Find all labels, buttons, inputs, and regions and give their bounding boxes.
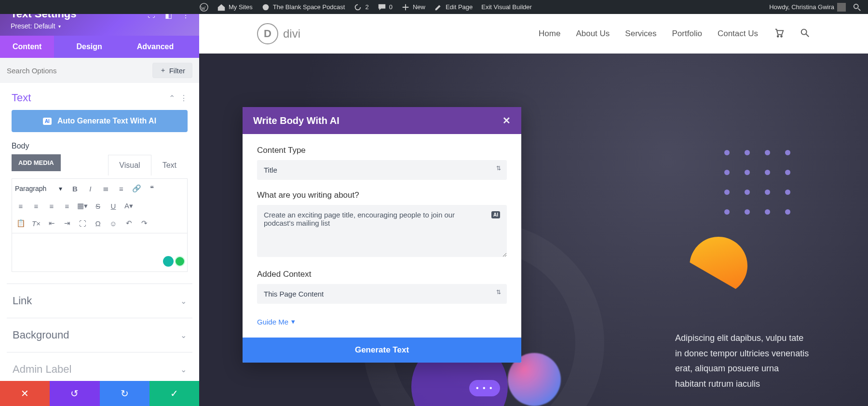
nav-services[interactable]: Services <box>625 29 656 39</box>
about-textarea[interactable] <box>257 205 507 257</box>
emoji-icon[interactable]: ☺ <box>108 217 119 229</box>
exit-vb-link[interactable]: Exit Visual Builder <box>481 3 532 11</box>
section-text: Text ⌃⋮ <box>7 83 192 110</box>
nav-home[interactable]: Home <box>539 29 560 39</box>
preset-dropdown[interactable]: Preset: Default <box>11 22 189 30</box>
svg-point-2 <box>854 4 858 8</box>
nav-about[interactable]: About Us <box>576 29 610 39</box>
updates-link[interactable]: 2 <box>353 3 368 12</box>
undo-button[interactable]: ↺ <box>50 381 99 406</box>
cancel-button[interactable]: ✕ <box>0 381 50 406</box>
comments-count: 0 <box>389 3 393 11</box>
ai-badge-icon: AI <box>43 118 52 125</box>
link-icon[interactable]: 🔗 <box>131 183 142 194</box>
content-type-label: Content Type <box>257 146 507 155</box>
new-label: New <box>413 3 425 11</box>
add-media-button[interactable]: ADD MEDIA <box>12 154 61 171</box>
quote-icon[interactable]: ❝ <box>146 183 158 194</box>
grammarly-icon[interactable] <box>175 256 185 267</box>
site-name-link[interactable]: The Blank Space Podcast <box>261 3 345 12</box>
decor-dots <box>724 150 791 215</box>
section-menu-icon[interactable]: ⋮ <box>180 94 188 103</box>
settings-panel: Text Settings Preset: Default ⛶ ◧ ⋮ Cont… <box>0 0 199 406</box>
outdent-icon[interactable]: ⇤ <box>46 217 57 229</box>
divi-fab[interactable]: • • • <box>469 380 500 396</box>
nav-contact[interactable]: Contact Us <box>718 29 758 39</box>
align-justify-icon[interactable]: ≡ <box>61 200 73 212</box>
editor-toolbar: Paragraph▾ B I ≣ ≡ 🔗 ❝ ≡ ≡ ≡ ≡ ▦▾ S U A▾… <box>12 178 188 233</box>
chevron-down-icon: ⌄ <box>180 365 187 374</box>
site-name-label: The Blank Space Podcast <box>273 3 345 11</box>
indent-icon[interactable]: ⇥ <box>61 217 73 229</box>
table-icon[interactable]: ▦▾ <box>77 200 88 212</box>
edit-page-link[interactable]: Edit Page <box>434 3 473 12</box>
generate-text-button[interactable]: Generate Text <box>243 338 521 363</box>
new-link[interactable]: New <box>401 3 425 12</box>
fullscreen-icon[interactable]: ⛶ <box>77 217 88 229</box>
about-label: What are you writing about? <box>257 190 507 200</box>
exit-vb-label: Exit Visual Builder <box>481 3 532 11</box>
clear-format-icon[interactable]: T× <box>30 217 42 229</box>
paragraph-dropdown[interactable]: Paragraph▾ <box>15 185 65 192</box>
tab-content[interactable]: Content <box>0 36 54 58</box>
site-logo[interactable]: Ddivi <box>257 23 300 44</box>
bold-icon[interactable]: B <box>69 183 81 194</box>
my-sites-link[interactable]: My Sites <box>217 3 253 12</box>
section-text-title: Text <box>12 92 31 104</box>
svg-point-3 <box>777 35 779 37</box>
collapse-icon[interactable]: ⌃ <box>169 94 175 103</box>
strike-icon[interactable]: S <box>92 200 104 212</box>
body-label: Body <box>7 142 192 154</box>
filter-button[interactable]: ＋Filter <box>152 63 192 78</box>
cart-icon[interactable] <box>773 27 784 41</box>
my-sites-label: My Sites <box>229 3 253 11</box>
search-icon[interactable] <box>853 2 862 12</box>
align-center-icon[interactable]: ≡ <box>30 200 42 212</box>
tab-advanced[interactable]: Advanced <box>124 36 186 58</box>
preview-area: Ddivi Home About Us Services Portfolio C… <box>199 0 868 406</box>
special-char-icon[interactable]: Ω <box>92 217 104 229</box>
chevron-down-icon: ⌄ <box>180 331 187 340</box>
avatar <box>837 3 846 12</box>
tab-design[interactable]: Design <box>64 36 114 58</box>
save-button[interactable]: ✓ <box>149 381 199 406</box>
panel-tabs: Content Design Advanced <box>0 36 199 58</box>
auto-generate-button[interactable]: AI Auto Generate Text With AI <box>12 110 188 132</box>
redo-icon[interactable]: ↷ <box>138 217 150 229</box>
wp-logo[interactable] <box>200 3 208 12</box>
howdy-label: Howdy, Christina Gwira <box>769 3 834 11</box>
undo-icon[interactable]: ↶ <box>123 217 135 229</box>
decor-moon <box>679 226 758 305</box>
hero-body-text: Adipiscing elit dapibus, vulpu tate in d… <box>675 331 810 392</box>
howdy-link[interactable]: Howdy, Christina Gwira <box>769 3 846 12</box>
accordion-background[interactable]: Background⌄ <box>7 318 192 352</box>
textcolor-icon[interactable]: A▾ <box>123 200 135 212</box>
italic-icon[interactable]: I <box>84 183 96 194</box>
align-right-icon[interactable]: ≡ <box>46 200 57 212</box>
content-type-select[interactable]: Title <box>257 160 507 180</box>
redo-button[interactable]: ↻ <box>100 381 149 406</box>
tab-visual[interactable]: Visual <box>108 155 151 176</box>
tab-text-mode[interactable]: Text <box>151 155 188 176</box>
nav-search-icon[interactable] <box>800 27 810 41</box>
ai-prompt-icon[interactable]: AI <box>491 211 500 218</box>
context-select[interactable]: This Page Content <box>257 284 507 304</box>
plus-icon: ＋ <box>160 66 166 75</box>
ol-icon[interactable]: ≡ <box>115 183 127 194</box>
nav-portfolio[interactable]: Portfolio <box>672 29 702 39</box>
chevron-down-icon: ▾ <box>291 317 295 326</box>
accordion-link[interactable]: Link⌄ <box>7 284 192 318</box>
underline-icon[interactable]: U <box>108 200 119 212</box>
editor-textarea[interactable] <box>12 233 188 272</box>
hint-bubble-icon[interactable] <box>163 256 174 267</box>
panel-footer: ✕ ↺ ↻ ✓ <box>0 381 199 406</box>
ul-icon[interactable]: ≣ <box>100 183 111 194</box>
guide-me-link[interactable]: Guide Me▾ <box>257 314 507 332</box>
close-icon[interactable]: ✕ <box>502 115 511 126</box>
comments-link[interactable]: 0 <box>378 3 393 12</box>
align-left-icon[interactable]: ≡ <box>15 200 27 212</box>
paste-icon[interactable]: 📋 <box>15 217 27 229</box>
accordion-admin-label[interactable]: Admin Label⌄ <box>7 352 192 381</box>
ai-modal-title: Write Body With AI <box>253 115 339 126</box>
search-options-input[interactable] <box>7 67 149 75</box>
